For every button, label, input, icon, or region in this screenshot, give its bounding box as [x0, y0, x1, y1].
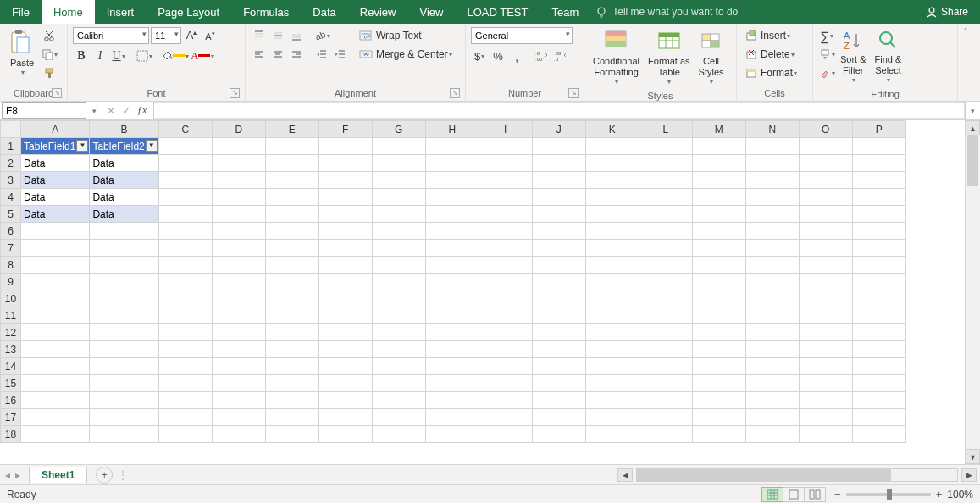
cell[interactable]	[265, 307, 318, 324]
cell[interactable]	[158, 189, 212, 206]
cut-button[interactable]	[41, 27, 58, 44]
fill-color-button[interactable]: ▾	[161, 47, 189, 64]
cell[interactable]	[372, 223, 425, 240]
cell[interactable]	[158, 375, 212, 392]
cell[interactable]	[745, 409, 799, 426]
fx-icon[interactable]: ƒx	[137, 104, 147, 117]
cell[interactable]	[745, 375, 799, 392]
cell[interactable]	[21, 324, 90, 341]
cell[interactable]	[158, 324, 212, 341]
ribbon-tab-view[interactable]: View	[407, 0, 455, 24]
paste-button[interactable]: Paste ▾	[5, 27, 39, 79]
cell[interactable]	[799, 240, 852, 257]
filter-dropdown-icon[interactable]: ▼	[76, 140, 88, 152]
cell[interactable]	[585, 274, 639, 290]
cell[interactable]	[318, 172, 372, 189]
cell[interactable]	[852, 375, 905, 392]
cell[interactable]	[372, 324, 425, 341]
row-header[interactable]: 6	[1, 223, 21, 240]
cell[interactable]	[212, 206, 265, 223]
cell[interactable]	[745, 206, 799, 223]
cell[interactable]	[532, 290, 585, 307]
cell[interactable]	[479, 223, 532, 240]
column-header[interactable]: O	[799, 121, 852, 138]
cell[interactable]	[265, 324, 318, 341]
cell[interactable]	[90, 324, 158, 341]
cell[interactable]: Data	[90, 189, 158, 206]
namebox-dropdown[interactable]: ▾	[88, 102, 100, 119]
cell[interactable]	[372, 290, 425, 307]
row-header[interactable]: 12	[1, 324, 21, 341]
cell[interactable]	[745, 341, 799, 358]
column-header[interactable]: D	[212, 121, 265, 138]
comma-button[interactable]: ,	[508, 47, 525, 64]
cell[interactable]	[532, 155, 585, 172]
cell[interactable]	[158, 409, 212, 426]
cell[interactable]	[265, 375, 318, 392]
cell[interactable]	[585, 324, 639, 341]
increase-indent-button[interactable]	[332, 46, 349, 63]
row-header[interactable]: 14	[1, 358, 21, 375]
cell[interactable]	[532, 257, 585, 274]
dialog-launcher-icon[interactable]: ↘	[230, 88, 240, 98]
cell[interactable]	[639, 274, 692, 290]
cell[interactable]	[692, 223, 745, 240]
cell[interactable]	[745, 307, 799, 324]
cell[interactable]	[372, 138, 425, 155]
cell[interactable]	[585, 138, 639, 155]
cell[interactable]	[532, 307, 585, 324]
cell[interactable]	[745, 290, 799, 307]
cell[interactable]	[479, 172, 532, 189]
cell[interactable]	[532, 274, 585, 290]
cell[interactable]	[532, 138, 585, 155]
cell[interactable]	[692, 138, 745, 155]
cell[interactable]	[585, 172, 639, 189]
cell[interactable]	[745, 240, 799, 257]
cell[interactable]	[158, 358, 212, 375]
cell[interactable]	[639, 426, 692, 443]
cell[interactable]	[479, 138, 532, 155]
cell[interactable]	[745, 172, 799, 189]
scroll-right-icon[interactable]: ▶	[961, 468, 977, 482]
cell[interactable]	[212, 223, 265, 240]
cell[interactable]	[90, 375, 158, 392]
cell[interactable]	[692, 358, 745, 375]
ribbon-tab-file[interactable]: File	[0, 0, 42, 24]
cell[interactable]	[799, 155, 852, 172]
cell[interactable]	[90, 341, 158, 358]
orientation-button[interactable]: ab▾	[313, 27, 330, 44]
cell[interactable]	[212, 392, 265, 409]
cell[interactable]	[265, 189, 318, 206]
cell[interactable]	[479, 290, 532, 307]
cell[interactable]	[425, 206, 479, 223]
column-header[interactable]: P	[852, 121, 905, 138]
column-header[interactable]: F	[318, 121, 372, 138]
enter-icon[interactable]: ✓	[122, 105, 130, 117]
cell[interactable]	[372, 426, 425, 443]
row-header[interactable]: 3	[1, 172, 21, 189]
column-header[interactable]: M	[692, 121, 745, 138]
tab-nav-prev[interactable]: ◂	[5, 469, 10, 481]
cell[interactable]	[21, 223, 90, 240]
format-cells-button[interactable]: Format ▾	[742, 64, 800, 81]
cell[interactable]	[745, 189, 799, 206]
cell[interactable]	[425, 324, 479, 341]
cell[interactable]	[745, 426, 799, 443]
cell[interactable]	[852, 155, 905, 172]
zoom-in-button[interactable]: +	[936, 488, 943, 500]
cell[interactable]	[692, 206, 745, 223]
cell[interactable]	[21, 426, 90, 443]
column-header[interactable]: N	[745, 121, 799, 138]
cell[interactable]	[479, 189, 532, 206]
cell[interactable]	[90, 240, 158, 257]
cell[interactable]	[425, 240, 479, 257]
cell[interactable]	[639, 307, 692, 324]
cell[interactable]	[372, 341, 425, 358]
cell[interactable]	[479, 426, 532, 443]
cell[interactable]	[585, 155, 639, 172]
cell[interactable]	[532, 392, 585, 409]
cell[interactable]	[425, 375, 479, 392]
ribbon-tab-load-test[interactable]: LOAD TEST	[455, 0, 540, 24]
column-header[interactable]: J	[532, 121, 585, 138]
row-header[interactable]: 17	[1, 409, 21, 426]
